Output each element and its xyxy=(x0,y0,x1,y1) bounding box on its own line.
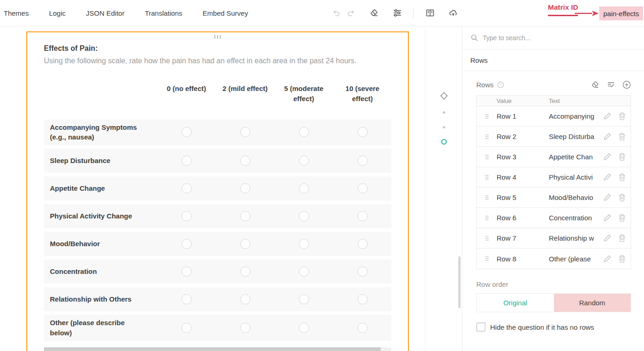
question-card-selected[interactable]: Effects of Pain: Using the following sca… xyxy=(26,31,409,351)
tab-logic[interactable]: Logic xyxy=(39,9,76,17)
radio-button[interactable] xyxy=(299,127,309,137)
page-dot[interactable] xyxy=(443,111,445,114)
radio-button[interactable] xyxy=(299,323,309,333)
row-value[interactable]: Row 1 xyxy=(497,112,549,120)
delete-icon[interactable] xyxy=(618,173,626,182)
row-drag-handle-icon[interactable] xyxy=(477,194,497,201)
search-input[interactable] xyxy=(483,34,636,42)
question-description[interactable]: Using the following scale, rate how the … xyxy=(44,57,391,65)
radio-button[interactable] xyxy=(299,156,309,166)
radio-button[interactable] xyxy=(182,294,192,304)
row-text[interactable]: Relationship w xyxy=(549,234,603,242)
row-text[interactable]: Accompanying xyxy=(549,112,603,120)
radio-button[interactable] xyxy=(299,211,309,221)
settings-icon[interactable] xyxy=(393,8,402,18)
radio-button[interactable] xyxy=(182,239,192,249)
rows-section-header[interactable]: Rows xyxy=(462,49,644,71)
radio-button[interactable] xyxy=(299,294,309,304)
row-value[interactable]: Row 6 xyxy=(497,214,549,222)
radio-button[interactable] xyxy=(358,323,368,333)
radio-button[interactable] xyxy=(358,239,368,249)
radio-button[interactable] xyxy=(240,127,250,137)
row-drag-handle-icon[interactable] xyxy=(477,255,497,262)
radio-button[interactable] xyxy=(240,183,250,194)
text-edit-icon[interactable] xyxy=(607,80,615,89)
radio-button[interactable] xyxy=(240,239,250,249)
row-drag-handle-icon[interactable] xyxy=(477,113,497,120)
row-value[interactable]: Row 5 xyxy=(497,194,549,201)
row-value[interactable]: Row 3 xyxy=(497,153,549,161)
row-order-original-button[interactable]: Original xyxy=(477,294,554,312)
add-icon[interactable] xyxy=(622,80,631,89)
radio-button[interactable] xyxy=(358,266,368,277)
row-value[interactable]: Row 2 xyxy=(497,133,549,140)
current-page-ring[interactable] xyxy=(441,139,447,145)
row-drag-handle-icon[interactable] xyxy=(477,133,497,140)
edit-icon[interactable] xyxy=(603,173,612,182)
row-text[interactable]: Sleep Disturba xyxy=(549,133,603,140)
target-icon[interactable] xyxy=(439,91,449,101)
row-text[interactable]: Physical Activi xyxy=(549,173,603,181)
radio-button[interactable] xyxy=(240,294,250,304)
row-value[interactable]: Row 7 xyxy=(497,234,549,242)
matrix-id-value[interactable]: pain-effects xyxy=(599,6,643,20)
edit-icon[interactable] xyxy=(603,234,612,242)
question-title[interactable]: Effects of Pain: xyxy=(44,44,391,53)
delete-icon[interactable] xyxy=(618,193,626,202)
radio-button[interactable] xyxy=(240,156,250,166)
radio-button[interactable] xyxy=(299,183,309,194)
row-text[interactable]: Concentration xyxy=(549,214,603,222)
drag-handle-icon[interactable] xyxy=(213,35,222,39)
radio-button[interactable] xyxy=(240,266,250,277)
undo-icon[interactable] xyxy=(332,8,341,18)
tab-themes[interactable]: Themes xyxy=(0,9,39,17)
row-drag-handle-icon[interactable] xyxy=(477,235,497,242)
radio-button[interactable] xyxy=(182,211,192,221)
tab-embed-survey[interactable]: Embed Survey xyxy=(193,9,258,17)
delete-icon[interactable] xyxy=(618,152,626,161)
radio-button[interactable] xyxy=(182,127,192,137)
edit-icon[interactable] xyxy=(603,152,612,161)
horizontal-scrollbar[interactable] xyxy=(44,347,391,351)
clear-icon[interactable] xyxy=(591,80,600,89)
row-drag-handle-icon[interactable] xyxy=(477,214,497,222)
vertical-scrollbar-thumb[interactable] xyxy=(458,256,461,308)
radio-button[interactable] xyxy=(358,127,368,137)
radio-button[interactable] xyxy=(358,183,368,194)
edit-icon[interactable] xyxy=(603,132,612,141)
radio-button[interactable] xyxy=(299,239,309,249)
tab-json-editor[interactable]: JSON Editor xyxy=(76,9,134,17)
row-text[interactable]: Appetite Chan xyxy=(549,153,603,161)
radio-button[interactable] xyxy=(358,294,368,304)
delete-icon[interactable] xyxy=(618,132,626,141)
radio-button[interactable] xyxy=(240,211,250,221)
radio-button[interactable] xyxy=(240,323,250,333)
edit-icon[interactable] xyxy=(603,193,612,202)
help-icon[interactable]: ? xyxy=(497,81,504,88)
hide-question-checkbox[interactable] xyxy=(476,322,486,332)
delete-icon[interactable] xyxy=(618,254,626,263)
delete-icon[interactable] xyxy=(618,234,626,242)
radio-button[interactable] xyxy=(358,156,368,166)
radio-button[interactable] xyxy=(182,183,192,194)
row-value[interactable]: Row 4 xyxy=(497,173,549,181)
row-drag-handle-icon[interactable] xyxy=(477,153,497,161)
page-dot[interactable] xyxy=(443,126,445,128)
eraser-icon[interactable] xyxy=(370,8,379,18)
radio-button[interactable] xyxy=(358,211,368,221)
tab-translations[interactable]: Translations xyxy=(134,9,192,17)
preview-icon[interactable] xyxy=(425,8,435,18)
radio-button[interactable] xyxy=(182,156,192,166)
radio-button[interactable] xyxy=(182,266,192,277)
publish-icon[interactable] xyxy=(449,8,458,18)
radio-button[interactable] xyxy=(182,323,192,333)
row-drag-handle-icon[interactable] xyxy=(477,174,497,181)
radio-button[interactable] xyxy=(299,266,309,277)
edit-icon[interactable] xyxy=(603,254,612,263)
delete-icon[interactable] xyxy=(618,112,626,121)
row-text[interactable]: Mood/Behavio xyxy=(549,194,603,201)
horizontal-scrollbar-thumb[interactable] xyxy=(44,347,381,351)
delete-icon[interactable] xyxy=(618,213,626,222)
row-order-random-button[interactable]: Random xyxy=(554,294,631,312)
edit-icon[interactable] xyxy=(603,213,612,222)
